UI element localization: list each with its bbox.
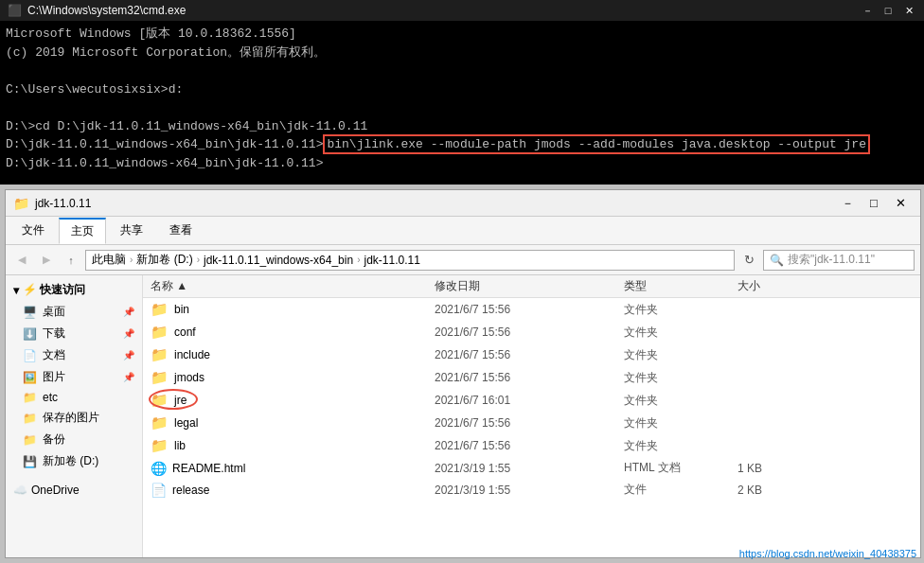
onedrive-label: OneDrive: [31, 484, 80, 497]
path-sep-2: ›: [197, 255, 200, 265]
cmd-line-6: D:\>cd D:\jdk-11.0.11_windows-x64_bin\jd…: [6, 117, 918, 136]
sidebar-item-drive-d[interactable]: 💾 新加卷 (D:): [6, 450, 142, 472]
file-type-readme: HTML 文档: [624, 460, 737, 476]
file-icon-release: 📄: [151, 483, 167, 498]
file-type-conf: 文件夹: [624, 325, 737, 341]
ribbon-tab-view[interactable]: 查看: [157, 218, 204, 243]
sidebar-item-desktop[interactable]: 🖥️ 桌面 📌: [6, 301, 142, 323]
folder-icon-conf: 📁: [151, 324, 169, 341]
col-header-size[interactable]: 大小: [737, 278, 813, 294]
file-name-readme: 🌐 README.html: [151, 461, 435, 476]
file-row-include[interactable]: 📁 include 2021/6/7 15:56 文件夹: [143, 343, 920, 366]
cmd-line-prompt: D:\jdk-11.0.11_windows-x64_bin\jdk-11.0.…: [6, 154, 918, 173]
sidebar-item-etc[interactable]: 📁 etc: [6, 388, 142, 407]
cmd-minimize-btn[interactable]: －: [860, 3, 875, 18]
watermark: https://blog.csdn.net/weixin_40438375: [739, 548, 916, 559]
cmd-icon: ⬛: [8, 4, 22, 17]
pin-icon-documents: 📌: [123, 350, 134, 361]
sidebar-quick-access-label: ⚡ 快速访问: [23, 282, 85, 298]
explorer-titlebar: 📁 jdk-11.0.11 － □ ✕: [6, 190, 920, 217]
col-header-name[interactable]: 名称 ▲: [151, 278, 435, 294]
cmd-maximize-btn[interactable]: □: [880, 3, 896, 18]
file-name-release: 📄 release: [151, 483, 435, 498]
saved-pictures-icon: 📁: [23, 412, 37, 425]
file-row-release[interactable]: 📄 release 2021/3/19 1:55 文件 2 KB: [143, 479, 920, 501]
file-date-release: 2021/3/19 1:55: [435, 484, 624, 497]
file-label-jre: jre: [174, 394, 187, 407]
search-box[interactable]: 🔍 搜索"jdk-11.0.11": [763, 250, 915, 271]
sidebar-item-downloads[interactable]: ⬇️ 下载 📌: [6, 323, 142, 344]
cmd-content: Microsoft Windows [版本 10.0.18362.1556] (…: [0, 21, 924, 176]
sidebar-quick-access-header[interactable]: ▾ ⚡ 快速访问: [6, 279, 142, 301]
file-size-release: 2 KB: [737, 484, 813, 497]
pin-icon-desktop: 📌: [123, 307, 134, 317]
refresh-btn[interactable]: ↻: [738, 250, 759, 271]
cmd-line-3: [6, 62, 918, 80]
col-header-type[interactable]: 类型: [624, 278, 737, 294]
explorer-minimize-btn[interactable]: －: [835, 193, 860, 214]
cmd-line-highlighted: D:\jdk-11.0.11_windows-x64_bin\jdk-11.0.…: [6, 135, 918, 154]
folder-icon-include: 📁: [151, 346, 169, 363]
file-type-bin: 文件夹: [624, 302, 737, 318]
file-label-conf: conf: [174, 325, 196, 339]
nav-up-btn[interactable]: ↑: [61, 250, 81, 271]
cmd-line-5: [6, 98, 918, 117]
onedrive-icon: ☁️: [13, 484, 27, 497]
file-type-legal: 文件夹: [624, 415, 737, 431]
cmd-highlighted-command: bin\jlink.exe --module-path jmods --add-…: [323, 134, 870, 154]
file-list: 名称 ▲ 修改日期 类型 大小 📁 bin 2021/6/7 15:56 文件夹…: [143, 275, 920, 557]
pin-icon-downloads: 📌: [123, 328, 134, 339]
file-label-release: release: [172, 484, 209, 497]
ribbon: 文件 主页 共享 查看: [6, 217, 920, 245]
desktop-icon: 🖥️: [23, 306, 37, 319]
backup-icon: 📁: [23, 433, 37, 447]
explorer-title-right: － □ ✕: [835, 193, 913, 214]
file-name-bin: 📁 bin: [151, 301, 435, 318]
address-path[interactable]: 此电脑 › 新加卷 (D:) › jdk-11.0.11_windows-x64…: [85, 250, 735, 271]
sidebar-item-documents-label: 文档: [43, 347, 65, 363]
explorer-maximize-btn[interactable]: □: [862, 193, 886, 214]
cmd-close-btn[interactable]: ✕: [901, 3, 916, 18]
sidebar-onedrive[interactable]: ☁️ OneDrive: [6, 480, 142, 501]
explorer-close-btn[interactable]: ✕: [888, 193, 913, 214]
pictures-icon: 🖼️: [23, 371, 37, 384]
explorer-folder-icon: 📁: [13, 196, 29, 211]
ribbon-tab-file[interactable]: 文件: [9, 218, 57, 243]
ribbon-tab-share[interactable]: 共享: [108, 218, 155, 243]
file-size-readme: 1 KB: [737, 462, 813, 475]
nav-back-btn[interactable]: ◀: [11, 250, 32, 271]
file-name-lib: 📁 lib: [151, 437, 435, 454]
file-date-conf: 2021/6/7 15:56: [435, 325, 624, 339]
sidebar-item-pictures[interactable]: 🖼️ 图片 📌: [6, 366, 142, 388]
sidebar-item-saved-pictures[interactable]: 📁 保存的图片: [6, 407, 142, 429]
file-type-jmods: 文件夹: [624, 370, 737, 386]
file-row-bin[interactable]: 📁 bin 2021/6/7 15:56 文件夹: [143, 298, 920, 321]
cmd-title-right: － □ ✕: [860, 3, 916, 18]
cmd-window: ⬛ C:\Windows\system32\cmd.exe － □ ✕ Micr…: [0, 0, 924, 185]
col-header-date[interactable]: 修改日期: [435, 278, 624, 294]
file-row-readme[interactable]: 🌐 README.html 2021/3/19 1:55 HTML 文档 1 K…: [143, 457, 920, 479]
file-label-bin: bin: [174, 303, 189, 316]
ribbon-tab-home[interactable]: 主页: [59, 218, 106, 244]
file-type-release: 文件: [624, 482, 737, 498]
file-row-jmods[interactable]: 📁 jmods 2021/6/7 15:56 文件夹: [143, 366, 920, 389]
file-row-lib[interactable]: 📁 lib 2021/6/7 15:56 文件夹: [143, 434, 920, 457]
file-row-legal[interactable]: 📁 legal 2021/6/7 15:56 文件夹: [143, 412, 920, 434]
drive-icon: 💾: [23, 455, 37, 468]
file-date-bin: 2021/6/7 15:56: [435, 303, 624, 316]
sidebar-item-backup[interactable]: 📁 备份: [6, 429, 142, 450]
file-type-lib: 文件夹: [624, 438, 737, 454]
path-segment-current: jdk-11.0.11: [364, 254, 419, 267]
sidebar-item-documents[interactable]: 📄 文档 📌: [6, 344, 142, 366]
pin-icon-pictures: 📌: [123, 372, 134, 382]
cmd-line-4: C:\Users\wecutosixsix>d:: [6, 80, 918, 99]
file-label-include: include: [174, 348, 210, 361]
file-row-jre[interactable]: 📁 jre 2021/6/7 16:01 文件夹: [143, 389, 920, 412]
file-date-jmods: 2021/6/7 15:56: [435, 371, 624, 384]
file-label-readme: README.html: [172, 462, 245, 475]
sidebar-item-downloads-label: 下载: [43, 325, 65, 342]
file-row-conf[interactable]: 📁 conf 2021/6/7 15:56 文件夹: [143, 321, 920, 343]
sidebar-item-backup-label: 备份: [43, 431, 65, 448]
nav-forward-btn[interactable]: ▶: [36, 250, 57, 271]
file-name-jmods: 📁 jmods: [151, 369, 435, 386]
